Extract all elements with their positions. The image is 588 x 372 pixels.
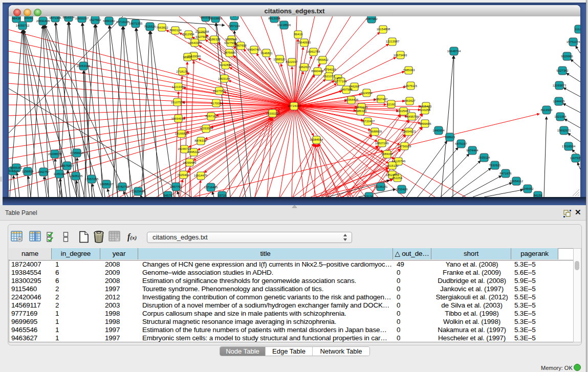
svg-text:1588520: 1588520 [273,58,286,61]
svg-text:1621072: 1621072 [323,75,335,78]
svg-text:84159: 84159 [534,194,542,197]
svg-text:9463627: 9463627 [403,99,416,102]
svg-text:1362615: 1362615 [298,65,311,69]
svg-text:9245652: 9245652 [521,187,534,190]
svg-text:9498222: 9498222 [187,150,200,154]
svg-text:6794028: 6794028 [324,68,336,71]
svg-text:10025453: 10025453 [397,110,410,113]
svg-text:16033809: 16033809 [209,17,223,20]
svg-text:16154808: 16154808 [377,28,390,31]
svg-text:8471676: 8471676 [499,172,512,175]
svg-text:11353594: 11353594 [200,127,213,130]
svg-text:9084067: 9084067 [381,152,394,156]
svg-text:7625402: 7625402 [177,173,189,177]
svg-text:20091: 20091 [25,16,33,19]
svg-text:9899695: 9899695 [419,122,431,125]
svg-text:1167533: 1167533 [570,157,580,160]
svg-text:1615132: 1615132 [386,164,399,167]
svg-text:9227342: 9227342 [556,69,569,72]
svg-text:15136: 15136 [365,195,374,197]
svg-text:94576: 94576 [164,194,172,197]
svg-text:15136141: 15136141 [374,185,388,188]
svg-text:9329966: 9329966 [561,55,573,58]
svg-text:9457791: 9457791 [170,185,182,188]
svg-text:100254: 100254 [420,108,431,112]
svg-text:88438: 88438 [12,17,21,20]
svg-text:12093873: 12093873 [553,84,567,87]
svg-text:20053346: 20053346 [77,64,91,68]
svg-text:2718176: 2718176 [176,70,188,73]
svg-text:16099489: 16099489 [183,161,197,164]
svg-text:16120746: 16120746 [392,160,406,163]
svg-text:9242848: 9242848 [220,63,232,67]
svg-text:16648764: 16648764 [447,50,461,53]
svg-text:8990448: 8990448 [311,70,323,73]
svg-text:8267110: 8267110 [206,115,218,118]
svg-text:7485063: 7485063 [403,69,415,72]
svg-text:7986322: 7986322 [355,110,367,113]
svg-text:7515526: 7515526 [144,25,156,28]
svg-text:15716: 15716 [218,194,227,197]
svg-text:62160: 62160 [387,103,396,106]
svg-text:16961758: 16961758 [307,50,320,53]
svg-text:1621064: 1621064 [554,115,567,118]
svg-text:10719185: 10719185 [116,20,130,24]
svg-text:12213987: 12213987 [386,40,400,43]
svg-text:10653267: 10653267 [75,17,89,20]
svg-text:11923448: 11923448 [132,190,145,193]
svg-text:15720407: 15720407 [361,120,375,123]
svg-text:7357224: 7357224 [228,25,240,28]
svg-text:16543382: 16543382 [188,41,202,45]
svg-text:6497568: 6497568 [340,88,353,91]
svg-text:9455061: 9455061 [10,166,23,169]
svg-text:11123: 11123 [575,28,580,31]
svg-text:86419: 86419 [294,33,303,36]
svg-text:16914479: 16914479 [194,174,208,177]
svg-text:10958107: 10958107 [100,183,114,186]
svg-text:3911514: 3911514 [9,169,19,172]
svg-text:938923: 938923 [445,136,455,139]
svg-text:8113933: 8113933 [541,108,553,112]
svg-text:9115460: 9115460 [420,105,432,108]
svg-text:9571306: 9571306 [49,16,61,19]
svg-text:8813054: 8813054 [268,17,280,20]
svg-text:1733426: 1733426 [396,188,408,191]
svg-text:15751074: 15751074 [567,40,580,43]
svg-text:12905135: 12905135 [69,174,83,178]
svg-text:39975867: 39975867 [60,164,74,167]
svg-text:18807249: 18807249 [375,142,389,145]
svg-text:8878332: 8878332 [194,139,207,142]
svg-text:9320546: 9320546 [225,38,237,41]
svg-text:12213389: 12213389 [172,85,186,89]
svg-text:23226058: 23226058 [195,30,209,33]
svg-text:252254: 252254 [392,177,403,180]
svg-text:19654923: 19654923 [402,130,416,133]
svg-text:9327509: 9327509 [195,35,208,38]
svg-text:3875685: 3875685 [224,51,236,54]
svg-text:8912954: 8912954 [182,33,194,36]
svg-text:17016504: 17016504 [562,145,576,148]
svg-text:16671355: 16671355 [129,22,143,25]
svg-text:16495796: 16495796 [405,115,419,118]
svg-text:19166827: 19166827 [175,132,189,135]
svg-text:15692971: 15692971 [557,129,571,132]
svg-text:2803144: 2803144 [218,77,230,80]
svg-text:19384554: 19384554 [310,138,323,141]
svg-text:99: 99 [233,16,236,17]
svg-text:15716485: 15716485 [204,186,218,189]
svg-text:9777169: 9777169 [335,80,347,83]
svg-text:417006: 417006 [211,102,222,105]
svg-text:17359918: 17359918 [70,151,84,155]
svg-text:6466160: 6466160 [103,19,115,23]
svg-text:16107553: 16107553 [171,101,185,104]
svg-text:15300293: 15300293 [266,112,280,115]
svg-text:8660124: 8660124 [169,29,182,32]
svg-text:9771169: 9771169 [356,106,368,109]
svg-text:8186328: 8186328 [208,38,221,41]
svg-text:10688609: 10688609 [368,130,382,133]
svg-text:19218506: 19218506 [277,24,291,27]
svg-text:7955812: 7955812 [316,58,329,61]
svg-text:10807487: 10807487 [374,98,388,101]
svg-text:20364436: 20364436 [345,98,359,101]
svg-text:2942757: 2942757 [37,170,50,173]
